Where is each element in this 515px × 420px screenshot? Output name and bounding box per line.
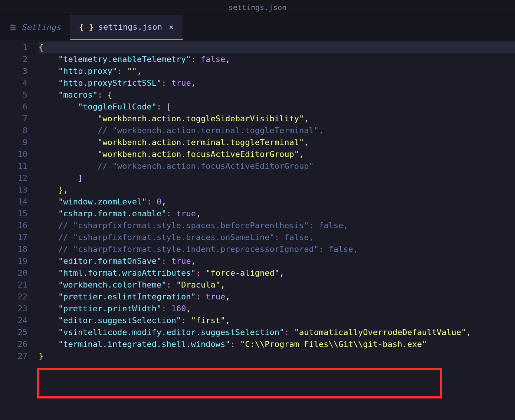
code-line[interactable]: // "csharpfixformat.style.spaces.beforeP…: [39, 220, 515, 232]
line-number: 17: [0, 232, 27, 243]
line-number: 2: [0, 53, 27, 65]
svg-point-4: [13, 27, 15, 28]
line-number: 16: [0, 220, 27, 232]
line-number: 7: [0, 113, 27, 125]
code-line[interactable]: "workbench.colorTheme": "Dracula",: [39, 279, 515, 291]
close-icon[interactable]: ×: [169, 22, 174, 32]
code-line[interactable]: "prettier.eslintIntegration": true,: [39, 291, 515, 303]
line-number: 18: [0, 243, 27, 255]
window-title: settings.json: [229, 3, 287, 12]
tab-settings[interactable]: Settings: [0, 15, 70, 40]
line-number: 5: [0, 89, 27, 101]
code-line[interactable]: "editor.formatOnSave": true,: [39, 255, 515, 267]
code-line[interactable]: // "csharpfixformat.style.indent.preproc…: [39, 243, 515, 255]
tab-settings-json-label: settings.json: [98, 22, 162, 32]
json-icon: { }: [79, 22, 94, 32]
line-number: 25: [0, 327, 27, 338]
code-line[interactable]: "http.proxy": "",: [39, 65, 515, 77]
code-line[interactable]: "prettier.printWidth": 160,: [39, 303, 515, 315]
line-number: 23: [0, 303, 27, 315]
line-number: 21: [0, 279, 27, 291]
line-number: 8: [0, 125, 27, 137]
line-number: 26: [0, 338, 27, 350]
line-number: 10: [0, 148, 27, 160]
code-line[interactable]: }: [39, 350, 515, 362]
code-line[interactable]: ]: [39, 172, 515, 184]
code-line[interactable]: "http.proxyStrictSSL": true,: [39, 77, 515, 89]
code-line[interactable]: "window.zoomLevel": 0,: [39, 196, 515, 208]
line-number: 6: [0, 101, 27, 113]
line-number: 1: [0, 42, 27, 53]
code-line[interactable]: {: [39, 42, 515, 53]
svg-point-3: [11, 24, 13, 26]
line-number: 9: [0, 137, 27, 148]
settings-icon: [9, 23, 17, 32]
line-number: 13: [0, 184, 27, 196]
line-number: 12: [0, 172, 27, 184]
code-line[interactable]: },: [39, 184, 515, 196]
code-line[interactable]: "workbench.action.toggleSidebarVisibilit…: [39, 113, 515, 125]
line-number: 14: [0, 196, 27, 208]
line-number: 22: [0, 291, 27, 303]
code-line[interactable]: "vsintellicode.modify.editor.suggestSele…: [39, 327, 515, 338]
line-number: 4: [0, 77, 27, 89]
code-line[interactable]: // "csharpfixformat.style.braces.onSameL…: [39, 232, 515, 243]
line-number: 24: [0, 315, 27, 327]
line-number: 27: [0, 350, 27, 362]
code-line[interactable]: // "workbench.action.terminal.toggleTerm…: [39, 125, 515, 137]
line-number: 19: [0, 255, 27, 267]
code-line[interactable]: "terminal.integrated.shell.windows": "C:…: [39, 338, 515, 350]
code-line[interactable]: "html.format.wrapAttributes": "force-ali…: [39, 267, 515, 279]
code-line[interactable]: "toggleFullCode": [: [39, 101, 515, 113]
code-line[interactable]: "editor.suggestSelection": "first",: [39, 315, 515, 327]
line-number: 3: [0, 65, 27, 77]
line-number: 15: [0, 208, 27, 220]
annotation-highlight-box: [37, 368, 442, 398]
tab-settings-json[interactable]: { } settings.json ×: [70, 15, 183, 40]
svg-point-5: [11, 29, 13, 30]
line-number: 11: [0, 160, 27, 172]
window-titlebar: settings.json: [0, 0, 515, 15]
editor-tabs: Settings { } settings.json ×: [0, 15, 515, 40]
code-line[interactable]: "workbench.action.focusActiveEditorGroup…: [39, 148, 515, 160]
code-line[interactable]: "macros": {: [39, 89, 515, 101]
code-line[interactable]: "telemetry.enableTelemetry": false,: [39, 53, 515, 65]
tab-settings-label: Settings: [22, 23, 61, 32]
line-number-gutter: 1234567891011121314151617181920212223242…: [0, 42, 39, 362]
code-content[interactable]: { "telemetry.enableTelemetry": false, "h…: [39, 42, 515, 362]
line-number: 20: [0, 267, 27, 279]
editor-area[interactable]: 1234567891011121314151617181920212223242…: [0, 40, 515, 362]
code-line[interactable]: "workbench.action.terminal.toggleTermina…: [39, 137, 515, 148]
code-line[interactable]: "csharp.format.enable": true,: [39, 208, 515, 220]
code-line[interactable]: // "workbench.action.focusActiveEditorGr…: [39, 160, 515, 172]
